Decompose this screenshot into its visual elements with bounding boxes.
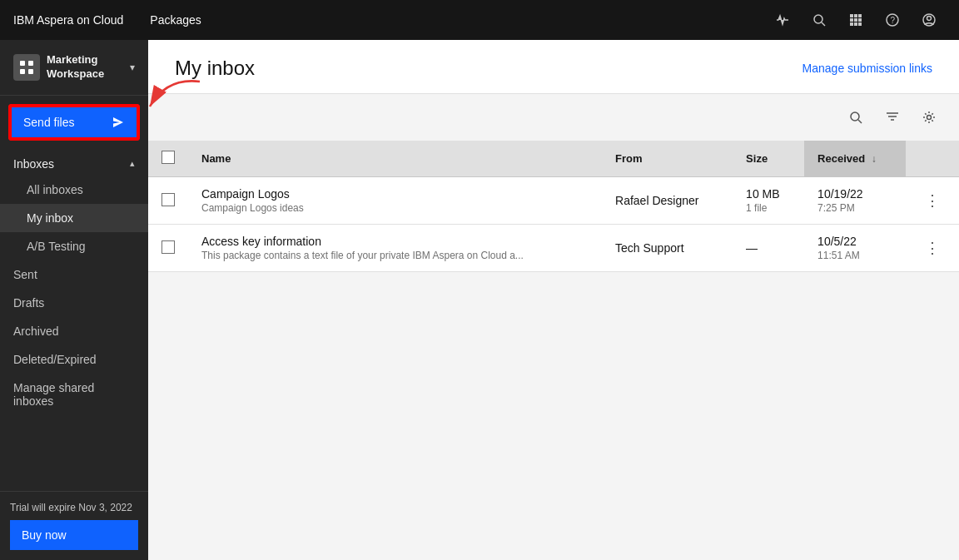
svg-rect-3 [854,14,857,17]
table-row: Access key information This package cont… [148,225,959,272]
sidebar-item-archived[interactable]: Archived [0,317,148,345]
trial-text: Trial will expire Nov 3, 2022 [10,502,138,513]
row2-received: 10/5/22 [817,235,892,248]
select-all-checkbox[interactable] [161,151,175,164]
help-icon[interactable]: ? [876,3,909,37]
content-area: My inbox Manage submission links [148,40,959,560]
sidebar-item-ab-testing[interactable]: A/B Testing [0,232,148,260]
row2-received-time: 11:51 AM [817,250,892,261]
buy-now-button[interactable]: Buy now [10,520,138,550]
svg-rect-2 [850,14,853,17]
workspace-name: Marketing Workspace [47,53,123,82]
settings-icon [922,111,936,124]
sidebar-item-sent[interactable]: Sent [0,260,148,289]
row1-from: Rafael Designer [602,177,733,225]
header-checkbox-col [148,141,188,177]
svg-rect-17 [20,69,25,74]
activity-icon[interactable] [766,3,799,37]
svg-rect-18 [28,69,33,74]
row1-checkbox[interactable] [161,193,175,206]
svg-line-20 [858,120,862,123]
row1-size-detail: 1 file [746,202,791,214]
top-nav-icons: ? [766,3,946,37]
data-table: Name From Size Received ↓ [148,141,959,272]
sidebar-item-my-inbox[interactable]: My inbox [0,204,148,232]
row1-size-cell: 10 MB 1 file [733,177,804,225]
workspace-icon [13,54,40,81]
svg-point-14 [927,17,932,21]
row2-checkbox-col [148,225,188,272]
header-size[interactable]: Size [733,141,804,177]
row1-size: 10 MB [746,187,791,201]
svg-text:?: ? [891,16,896,25]
row1-checkbox-col [148,177,188,225]
svg-rect-9 [854,22,857,26]
row2-subtitle: This package contains a text file of you… [201,250,589,261]
brand-name: IBM Aspera on Cloud [13,13,123,27]
sidebar-item-deleted[interactable]: Deleted/Expired [0,345,148,374]
sidebar-nav: Inboxes ▴ All inboxes My inbox A/B Testi… [0,149,148,491]
svg-point-24 [927,116,932,120]
table-row: Campaign Logos Campaign Logos ideas Rafa… [148,177,959,225]
svg-rect-5 [850,18,853,22]
filter-toolbar-button[interactable] [876,101,909,134]
inboxes-label: Inboxes [13,157,54,171]
send-files-button[interactable]: Send files [10,106,138,139]
row1-name[interactable]: Campaign Logos [201,187,589,201]
row1-name-cell: Campaign Logos Campaign Logos ideas [188,177,602,225]
inboxes-section-header[interactable]: Inboxes ▴ [0,149,148,176]
header-received[interactable]: Received ↓ [804,141,906,177]
header-name[interactable]: Name [188,141,602,177]
top-nav: IBM Aspera on Cloud Packages ? [0,0,959,40]
content-header: My inbox Manage submission links [148,40,959,94]
search-toolbar-icon [849,111,862,124]
row1-overflow-button[interactable]: ⋮ [919,187,946,214]
user-icon[interactable] [912,3,946,37]
workspace-header[interactable]: Marketing Workspace ▾ [0,40,148,96]
row2-from: Tech Support [602,225,733,272]
manage-submission-links[interactable]: Manage submission links [802,62,932,75]
row2-received-cell: 10/5/22 11:51 AM [804,225,906,272]
table-header-row: Name From Size Received ↓ [148,141,959,177]
filter-icon [886,111,899,124]
header-from[interactable]: From [602,141,733,177]
row2-actions: ⋮ [906,225,959,272]
svg-point-0 [814,15,822,23]
header-actions [906,141,959,177]
row1-received-cell: 10/19/22 7:25 PM [804,177,906,225]
sort-desc-icon: ↓ [872,153,877,165]
svg-rect-4 [858,14,862,17]
table-area: Name From Size Received ↓ [148,94,959,560]
brand: IBM Aspera on Cloud Packages [13,13,766,27]
sidebar-item-all-inboxes[interactable]: All inboxes [0,176,148,204]
row2-size: — [746,241,791,255]
row2-overflow-button[interactable]: ⋮ [919,235,946,261]
search-toolbar-button[interactable] [839,101,872,134]
settings-toolbar-button[interactable] [912,101,946,134]
inboxes-chevron-icon: ▴ [130,158,135,169]
search-icon[interactable] [802,3,836,37]
row1-actions: ⋮ [906,177,959,225]
svg-line-1 [822,22,825,26]
apps-icon[interactable] [839,3,872,37]
row1-received: 10/19/22 [817,187,892,201]
row2-name[interactable]: Access key information [201,235,589,248]
packages-link[interactable]: Packages [150,13,201,27]
sidebar-item-manage-shared[interactable]: Manage shared inboxes [0,374,148,415]
send-files-label: Send files [23,116,74,129]
svg-rect-10 [858,22,862,26]
svg-rect-15 [20,61,25,66]
table-toolbar [148,94,959,141]
page-title: My inbox [175,57,255,80]
sidebar: Marketing Workspace ▾ Send files Inboxes… [0,40,148,560]
row2-name-cell: Access key information This package cont… [188,225,602,272]
workspace-chevron-icon: ▾ [130,62,135,73]
row2-checkbox[interactable] [161,240,175,254]
row1-subtitle: Campaign Logos ideas [201,202,589,214]
svg-point-19 [851,112,859,121]
svg-rect-8 [850,22,853,26]
sidebar-item-drafts[interactable]: Drafts [0,289,148,317]
main-layout: Marketing Workspace ▾ Send files Inboxes… [0,40,959,560]
svg-rect-16 [28,61,33,66]
sidebar-bottom: Trial will expire Nov 3, 2022 Buy now [0,491,148,560]
